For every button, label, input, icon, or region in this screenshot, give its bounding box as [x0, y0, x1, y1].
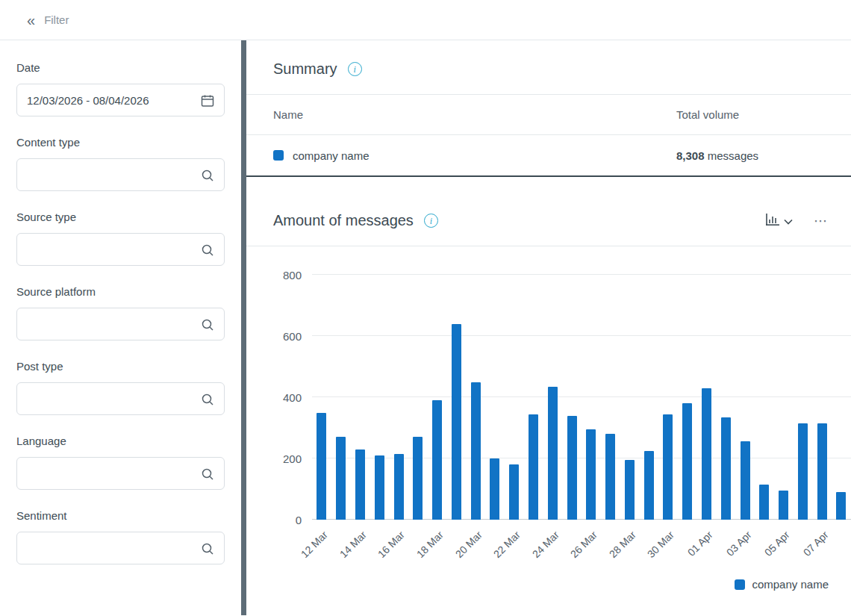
post-type-filter-label: Post type: [16, 360, 225, 373]
source-platform-field[interactable]: [16, 308, 225, 340]
bar[interactable]: [759, 485, 769, 520]
bar[interactable]: [836, 492, 846, 520]
bar[interactable]: [702, 388, 711, 520]
date-range-field[interactable]: [16, 84, 225, 116]
x-tick-label: 12 Mar: [299, 529, 330, 560]
bar[interactable]: [798, 423, 808, 520]
bar[interactable]: [817, 423, 827, 520]
post-type-field[interactable]: [16, 382, 225, 415]
bar[interactable]: [605, 434, 615, 520]
bar[interactable]: [682, 403, 692, 520]
bar[interactable]: [317, 413, 326, 520]
panel-divider[interactable]: [241, 40, 246, 615]
source-type-field[interactable]: [16, 233, 225, 266]
bar[interactable]: [413, 437, 423, 520]
sentiment-filter-label: Sentiment: [16, 509, 225, 522]
filter-sidebar: Date Content type: [0, 40, 241, 615]
search-icon: [200, 392, 215, 407]
series-name: company name: [293, 149, 370, 162]
filter-panel-label: Filter: [44, 13, 69, 26]
bar[interactable]: [529, 414, 538, 520]
post-type-input[interactable]: [17, 393, 224, 405]
search-icon: [200, 243, 215, 258]
search-icon: [200, 541, 215, 556]
source-platform-input[interactable]: [17, 318, 224, 331]
bar[interactable]: [625, 460, 635, 520]
info-icon[interactable]: i: [348, 62, 362, 76]
content-type-filter-label: Content type: [16, 136, 225, 149]
bar[interactable]: [721, 417, 731, 520]
chart-legend: company name: [246, 578, 851, 601]
table-row[interactable]: company name 8,308 messages: [246, 135, 851, 177]
info-icon[interactable]: i: [424, 214, 438, 228]
bar[interactable]: [490, 458, 499, 520]
search-icon: [200, 317, 215, 332]
filter-group-source-type: Source type: [16, 211, 225, 266]
sentiment-input[interactable]: [17, 542, 224, 555]
more-options-button[interactable]: ⋯: [814, 214, 829, 228]
summary-header: Summary i: [246, 40, 851, 95]
column-header-total-volume: Total volume: [676, 108, 829, 121]
date-filter-label: Date: [16, 61, 225, 74]
bar[interactable]: [452, 324, 461, 520]
bar[interactable]: [509, 464, 519, 520]
messages-chart-card: Amount of messages i: [246, 192, 851, 601]
filter-group-post-type: Post type: [16, 360, 225, 415]
bar[interactable]: [375, 455, 384, 520]
series-color-swatch: [273, 150, 284, 161]
filter-group-content-type: Content type: [16, 136, 225, 191]
search-icon: [200, 467, 215, 482]
x-axis-labels: 12 Mar14 Mar16 Mar18 Mar20 Mar22 Mar24 M…: [312, 520, 851, 578]
total-volume-value: 8,308 messages: [676, 149, 829, 162]
bar[interactable]: [586, 429, 596, 520]
bar[interactable]: [336, 437, 346, 520]
bar-chart: 0200400600800 12 Mar14 Mar16 Mar18 Mar20…: [246, 246, 851, 601]
chart-type-selector[interactable]: [765, 213, 793, 229]
messages-chart-header: Amount of messages i: [246, 192, 851, 246]
bar[interactable]: [471, 382, 481, 520]
filter-group-source-platform: Source platform: [16, 285, 225, 340]
source-type-filter-label: Source type: [16, 211, 225, 223]
source-type-input[interactable]: [17, 243, 224, 256]
bar[interactable]: [567, 416, 577, 520]
calendar-icon[interactable]: [200, 93, 215, 108]
legend-color-swatch: [735, 579, 745, 590]
source-platform-filter-label: Source platform: [16, 285, 225, 298]
column-header-name: Name: [273, 108, 676, 121]
language-field[interactable]: [16, 457, 225, 490]
collapse-sidebar-icon[interactable]: «: [27, 13, 35, 28]
y-tick-label: 400: [264, 392, 302, 403]
language-filter-label: Language: [16, 435, 225, 447]
legend-label: company name: [752, 578, 829, 591]
content-type-input[interactable]: [17, 169, 224, 181]
filter-group-date: Date: [16, 61, 225, 116]
y-tick-label: 800: [264, 270, 302, 281]
summary-table-header: Name Total volume: [246, 95, 851, 135]
bars-container: [312, 275, 851, 520]
y-tick-label: 200: [264, 453, 302, 464]
y-tick-label: 0: [264, 514, 302, 526]
search-icon: [200, 168, 215, 183]
chevron-down-icon: [784, 214, 793, 228]
topbar: « Filter: [0, 0, 851, 40]
content-type-field[interactable]: [16, 158, 225, 191]
sentiment-field[interactable]: [16, 532, 225, 564]
summary-card: Summary i Name Total volume company name…: [246, 40, 851, 177]
chart-plot-area: 0200400600800: [312, 275, 851, 520]
bar[interactable]: [355, 449, 365, 520]
bar[interactable]: [779, 491, 788, 520]
bar[interactable]: [394, 454, 404, 520]
filter-group-sentiment: Sentiment: [16, 509, 225, 564]
bar[interactable]: [644, 451, 654, 520]
main-content: Summary i Name Total volume company name…: [246, 40, 851, 615]
summary-title: Summary: [273, 60, 337, 78]
language-input[interactable]: [17, 467, 224, 480]
bar[interactable]: [432, 400, 442, 520]
bar[interactable]: [663, 414, 673, 520]
messages-chart-title: Amount of messages: [273, 212, 414, 229]
bar[interactable]: [741, 441, 750, 520]
filter-group-language: Language: [16, 435, 225, 490]
bar-chart-icon: [765, 213, 780, 229]
bar[interactable]: [548, 387, 558, 520]
date-range-input[interactable]: [17, 94, 224, 107]
